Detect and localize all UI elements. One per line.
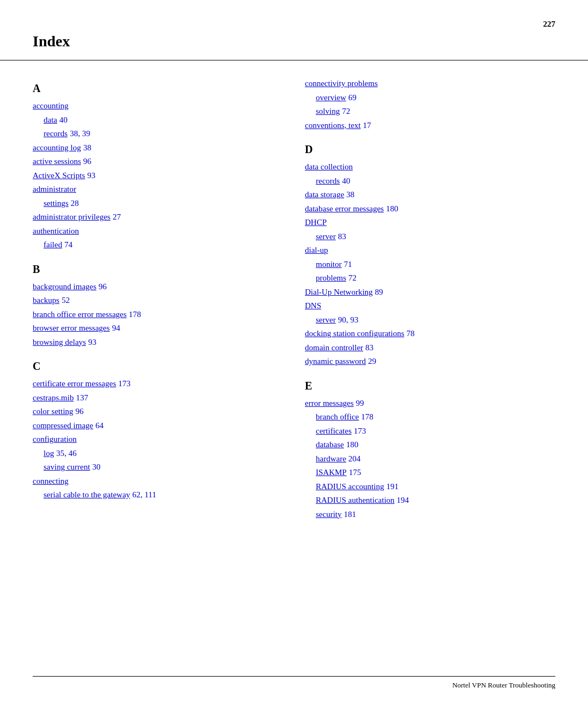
page-ref: 99 [356,397,364,411]
index-sub-link[interactable]: solving [316,105,340,119]
index-sub-link[interactable]: branch office [316,410,359,424]
index-sub-entry: server 83 [305,230,555,244]
index-link[interactable]: Dial-Up Networking [305,285,373,300]
section-letter: D [305,143,555,156]
index-link[interactable]: certificate error messages [33,377,116,391]
index-entry: color setting 96 [33,405,283,419]
index-sub-entry: database 180 [305,438,555,452]
index-link[interactable]: conventions, text [305,119,360,133]
index-section: Ccertificate error messages 173cestraps.… [33,360,283,502]
index-link[interactable]: domain controller [305,341,363,355]
index-link[interactable]: error messages [305,397,354,411]
index-sub-link[interactable]: RADIUS accounting [316,480,384,494]
index-entry: cestraps.mib 137 [33,391,283,405]
index-entry: dynamic password 29 [305,355,555,369]
page-title: Index [33,33,555,50]
page-ref: 83 [365,341,373,355]
index-sub-link[interactable]: RADIUS authentication [316,494,395,508]
index-entry: browser error messages 94 [33,321,283,336]
index-entry-parent: accounting [33,99,283,113]
index-link[interactable]: database error messages [305,202,384,216]
index-link[interactable]: browser error messages [33,321,110,336]
index-sub-link[interactable]: ISAKMP [316,466,347,480]
index-link[interactable]: administrator [33,182,76,197]
index-link[interactable]: configuration [33,433,77,447]
index-entry: ActiveX Scripts 93 [33,169,283,183]
content-area: Aaccountingdata 40records 38, 39accounti… [0,60,588,565]
index-link[interactable]: DNS [305,299,321,313]
index-link[interactable]: DHCP [305,216,327,230]
index-link[interactable]: data collection [305,160,353,174]
index-link[interactable]: connectivity problems [305,77,378,91]
page-ref: 27 [113,210,121,224]
index-section: Ddata collectionrecords 40data storage 3… [305,143,555,369]
index-sub-entry: solving 72 [305,105,555,119]
index-link[interactable]: ActiveX Scripts [33,169,85,183]
index-link[interactable]: data storage [305,188,344,202]
index-link[interactable]: active sessions [33,155,81,169]
index-sub-link[interactable]: server [316,313,336,327]
index-entry: compressed image 64 [33,419,283,433]
index-sub-link[interactable]: settings [44,197,69,211]
page-ref: 64 [95,419,103,433]
index-sub-link[interactable]: monitor [316,258,342,272]
index-entry: active sessions 96 [33,155,283,169]
index-sub-link[interactable]: records [316,174,340,188]
index-link[interactable]: color setting [33,405,74,419]
index-link[interactable]: branch office error messages [33,308,127,322]
index-link[interactable]: accounting [33,99,69,113]
index-link[interactable]: backups [33,294,59,308]
index-entry-parent: configuration [33,433,283,447]
index-sub-entry: settings 28 [33,197,283,211]
page-ref: 96 [99,280,107,294]
index-sub-entry: certificates 173 [305,424,555,439]
section-letter: A [33,82,283,95]
index-sub-entry: security 181 [305,508,555,522]
index-link[interactable]: dynamic password [305,355,366,369]
index-sub-link[interactable]: security [316,508,341,522]
index-entry: browsing delays 93 [33,336,283,350]
index-link[interactable]: browsing delays [33,336,86,350]
index-entry: certificate error messages 173 [33,377,283,391]
index-sub-link[interactable]: problems [316,271,346,285]
index-entry: administrator privileges 27 [33,210,283,224]
index-entry: docking station configurations 78 [305,327,555,341]
page-ref: 52 [62,294,70,308]
index-sub-link[interactable]: log [44,447,54,461]
footer-text: Nortel VPN Router Troubleshooting [452,681,555,690]
index-entry-parent: authentication [33,224,283,239]
index-sub-link[interactable]: data [44,113,57,127]
index-sub-link[interactable]: saving current [44,460,90,474]
index-sub-link[interactable]: server [316,230,336,244]
page-ref: 137 [76,391,88,405]
index-sub-link[interactable]: hardware [316,452,346,466]
index-sub-entry: monitor 71 [305,258,555,272]
index-link[interactable]: administrator privileges [33,210,111,224]
index-section: Eerror messages 99branch office 178certi… [305,380,555,522]
index-link[interactable]: dial-up [305,244,328,258]
index-sub-link[interactable]: serial cable to the gateway [44,488,130,502]
index-sub-entry: hardware 204 [305,452,555,466]
page-ref: 180 [386,202,399,216]
index-sub-entry: failed 74 [33,238,283,252]
index-sub-link[interactable]: certificates [316,424,352,439]
index-sub-link[interactable]: database [316,438,344,452]
left-column: Aaccountingdata 40records 38, 39accounti… [33,77,283,532]
index-link[interactable]: docking station configurations [305,327,404,341]
index-sub-entry: server 90, 93 [305,313,555,327]
index-entry-parent: dial-up [305,244,555,258]
section-letter: B [33,263,283,276]
index-entry-parent: DHCP [305,216,555,230]
footer: Nortel VPN Router Troubleshooting [33,676,555,690]
index-link[interactable]: background images [33,280,96,294]
index-sub-entry: saving current 30 [33,460,283,474]
index-link[interactable]: connecting [33,474,69,489]
index-link[interactable]: accounting log [33,141,81,155]
index-sub-link[interactable]: failed [44,238,62,252]
index-link[interactable]: compressed image [33,419,93,433]
index-link[interactable]: authentication [33,224,79,239]
index-sub-entry: data 40 [33,113,283,127]
index-sub-link[interactable]: overview [316,91,346,105]
index-link[interactable]: cestraps.mib [33,391,74,405]
index-sub-link[interactable]: records [44,127,68,141]
